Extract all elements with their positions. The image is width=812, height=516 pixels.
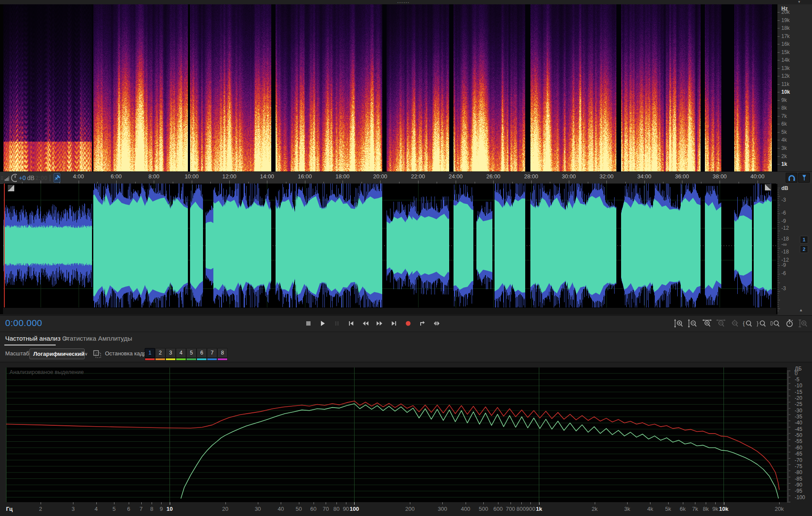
frame-color-swatch: [165, 358, 176, 361]
channel-badge-1[interactable]: 1: [800, 236, 808, 244]
frequency-tick-label: 4: [95, 506, 98, 512]
timeline-label: 4:00: [73, 173, 84, 180]
frame-color-swatch: [217, 358, 228, 361]
zoom-in-horizontal-icon: [701, 319, 712, 328]
hold-frame-button-4[interactable]: 4: [176, 348, 186, 358]
hz-label: 5k: [781, 129, 787, 135]
zoom-amplitude-button[interactable]: [798, 318, 809, 329]
db-tick-label: -15: [795, 389, 802, 395]
active-tab-underline: [4, 345, 56, 345]
copy-frame-icon[interactable]: [93, 350, 102, 358]
play-button[interactable]: [317, 318, 328, 329]
frequency-tick: [299, 502, 299, 504]
playhead-time-display[interactable]: 0:00.000: [5, 318, 42, 328]
analyzed-selection-label: Анализированое выделение: [10, 369, 84, 375]
hold-frame-button-3[interactable]: 3: [165, 348, 176, 358]
ghost-time-label: 2:00: [35, 174, 48, 181]
hold-frame-button-1[interactable]: 1: [145, 348, 155, 358]
frequency-tick-label: 2: [39, 506, 42, 512]
frame-color-swatch: [155, 358, 165, 361]
frequency-tick: [170, 502, 170, 505]
zoom-out-vertical-button[interactable]: [688, 318, 698, 329]
frequency-tick: [668, 502, 669, 504]
scale-dropdown[interactable]: Логарифмический ∨: [29, 348, 85, 359]
db-tick-label: -40: [795, 420, 802, 426]
spectrogram-display[interactable]: [3, 4, 776, 171]
selection-handle-top-right[interactable]: [765, 184, 771, 190]
marker-tool-button[interactable]: [798, 173, 810, 183]
hold-frame-button-2[interactable]: 2: [155, 348, 165, 358]
frequency-analysis-chart[interactable]: [6, 367, 787, 502]
db-scale-label: -∞: [781, 241, 787, 247]
level-meter-icon[interactable]: [4, 174, 10, 182]
skip-start-button[interactable]: [346, 318, 356, 329]
gain-value[interactable]: +0: [19, 174, 26, 181]
zoom-in-horizontal-button[interactable]: [701, 318, 712, 329]
pause-icon: [333, 320, 340, 327]
loop-playback-button[interactable]: [417, 318, 428, 329]
hold-frame-button-8[interactable]: 8: [217, 348, 228, 358]
skip-selection-button[interactable]: [431, 318, 442, 329]
hold-frame-button-6[interactable]: 6: [197, 348, 207, 358]
zoom-out-point-icon: }: [757, 319, 768, 328]
zoom-out-horizontal-icon: [715, 319, 726, 328]
spectral-display-toggle-button[interactable]: [786, 173, 797, 183]
selection-handle-top-left[interactable]: [8, 185, 14, 191]
zoom-reset-button[interactable]: [729, 318, 740, 329]
transport-buttons: [303, 318, 442, 329]
zoom-toolbar: {}{}: [674, 318, 809, 329]
timeline-label: 6:00: [111, 173, 121, 180]
timed-record-button[interactable]: [784, 318, 795, 329]
hz-label: 3k: [781, 145, 787, 151]
frequency-tick: [346, 502, 346, 504]
hold-frame-button-7[interactable]: 7: [207, 348, 217, 358]
fast-forward-button[interactable]: [374, 318, 385, 329]
tab-label: Статистика Амплитуды: [62, 335, 132, 342]
frequency-tick: [152, 502, 152, 504]
tab-amplitude-statistics[interactable]: Статистика Амплитуды: [62, 335, 132, 342]
zoom-selection-button[interactable]: {}: [771, 318, 781, 329]
curve-channel-1: [6, 401, 779, 490]
waveform-display[interactable]: [3, 184, 776, 307]
frequency-tick-label: 5k: [665, 506, 671, 512]
scale-label: Масштаб:: [5, 350, 31, 357]
hold-frame-button-5[interactable]: 5: [186, 348, 197, 358]
zoom-out-point-button[interactable]: }: [757, 318, 768, 329]
rewind-button[interactable]: [360, 318, 371, 329]
record-button[interactable]: [403, 318, 413, 329]
hz-label: 13k: [781, 65, 790, 71]
db-tick-label: -35: [795, 414, 802, 420]
timeline-label: 10:00: [184, 173, 199, 180]
frequency-tick-label: 700: [506, 506, 515, 512]
skip-end-button[interactable]: [389, 318, 399, 329]
frequency-tick: [442, 502, 443, 504]
zoom-out-horizontal-button[interactable]: [715, 318, 726, 329]
timeline-ruler[interactable]: ⁞⁞ +0 dB 2:00 |: [0, 171, 812, 184]
panel-menu-arrow-icon[interactable]: ▾: [798, 0, 800, 4]
skip-end-icon: [390, 320, 397, 327]
tab-frequency-analysis[interactable]: Частотный анализ ≡: [5, 335, 67, 342]
stop-button[interactable]: [303, 318, 314, 329]
toolbar-grip-icon[interactable]: ⁞⁞: [1, 176, 3, 180]
frequency-tick-label: 40: [278, 506, 284, 512]
zoom-in-vertical-button[interactable]: [674, 318, 685, 329]
db-tick-label: -100: [795, 494, 805, 500]
scale-scroll-arrow-icon[interactable]: ▲: [799, 308, 803, 312]
playback-speed-clock-icon[interactable]: [10, 173, 16, 183]
hz-label: 18k: [781, 25, 790, 31]
hz-label: 8k: [781, 105, 787, 111]
pin-playhead-button[interactable]: [54, 173, 60, 183]
zoom-in-point-button[interactable]: {: [743, 318, 754, 329]
pause-button[interactable]: [332, 318, 342, 329]
frequency-tick: [627, 502, 628, 504]
panel-drag-grip[interactable]: ••••••: [397, 0, 410, 4]
db-tick-label: -70: [795, 457, 802, 463]
waveform-scrollbar[interactable]: [3, 307, 776, 315]
channel-badge-2[interactable]: 2: [800, 245, 808, 253]
curve-channel-2: [181, 404, 779, 498]
frequency-tick: [595, 502, 595, 504]
frequency-scale[interactable]: Hz 20k19k18k17k16k15k14k13k12k11k10k9k8k…: [777, 4, 812, 171]
frequency-axis-unit: Гц: [6, 506, 13, 512]
frequency-tick-label: 4k: [647, 506, 653, 512]
timeline-label: 36:00: [675, 173, 689, 180]
